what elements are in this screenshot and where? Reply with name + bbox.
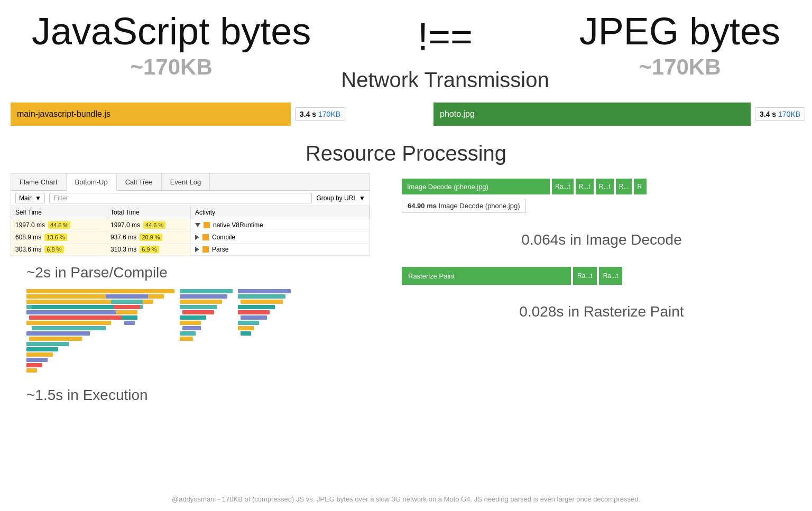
total-time-1: 1997.0 ms <box>110 221 140 229</box>
js-tooltip: 3.4 s 170KB <box>295 107 345 121</box>
jpeg-size: ~170KB <box>639 54 721 80</box>
flame-chart-svg-right <box>238 289 291 374</box>
svg-rect-28 <box>180 315 206 320</box>
resource-processing-section: Flame Chart Bottom-Up Call Tree Event Lo… <box>0 173 812 406</box>
header-center: !== Network Transmission <box>341 11 549 92</box>
tooltip-time: 64.90 ms <box>408 202 437 210</box>
total-pct-1: 44.6 % <box>143 221 165 229</box>
main-select-label: Main <box>19 194 33 202</box>
total-time-3: 310.3 ms <box>110 246 136 253</box>
svg-rect-15 <box>26 363 42 367</box>
svg-rect-26 <box>180 305 217 309</box>
js-time: 3.4 s <box>300 110 316 118</box>
expand-icon-1[interactable] <box>195 223 200 227</box>
self-time-3: 303.6 ms <box>15 246 41 253</box>
svg-rect-8 <box>32 326 106 330</box>
jpg-tooltip-size: 170KB <box>778 110 800 118</box>
activity-label-1: native V8Runtime <box>213 221 263 229</box>
image-decode-area: Image Decode (phone.jpg) Ra...t R...t R.… <box>402 179 801 213</box>
filter-input[interactable]: Filter <box>49 193 312 203</box>
tab-event-log[interactable]: Event Log <box>162 174 210 190</box>
svg-rect-24 <box>180 294 227 299</box>
svg-rect-12 <box>26 347 58 351</box>
svg-rect-10 <box>29 337 82 341</box>
svg-rect-20 <box>116 310 137 314</box>
flame-chart-left <box>26 289 174 374</box>
svg-rect-14 <box>26 358 48 362</box>
total-time-2: 937.6 ms <box>110 234 136 241</box>
self-time-cell-2: 608.9 ms 13.6 % <box>11 231 106 243</box>
decode-tooltip: 64.90 ms Image Decode (phone.jpg) <box>402 199 526 213</box>
svg-rect-40 <box>238 326 254 330</box>
js-bar-container: main-javascript-bundle.js 3.4 s 170KB <box>11 103 381 126</box>
svg-rect-34 <box>238 294 285 299</box>
filter-placeholder: Filter <box>54 194 68 202</box>
devtools-toolbar: Main ▼ Filter Group by URL ▼ <box>11 191 370 206</box>
activity-color-3 <box>202 246 209 253</box>
svg-rect-13 <box>26 352 53 357</box>
left-column: Flame Chart Bottom-Up Call Tree Event Lo… <box>11 173 381 406</box>
jpg-tooltip: 3.4 s 170KB <box>755 107 805 121</box>
tab-call-tree[interactable]: Call Tree <box>117 174 162 190</box>
total-pct-2: 20.9 % <box>140 234 162 241</box>
tab-bottom-up[interactable]: Bottom-Up <box>67 174 117 191</box>
svg-rect-33 <box>238 289 291 293</box>
activity-color-2 <box>202 234 209 240</box>
svg-rect-25 <box>180 300 222 304</box>
col-activity: Activity <box>191 206 370 219</box>
expand-icon-2[interactable] <box>195 235 199 240</box>
activity-label-2: Compile <box>212 234 235 241</box>
self-time-cell-1: 1997.0 ms 44.6 % <box>11 219 106 231</box>
col-self-time: Self Time <box>11 206 106 219</box>
right-panel: Image Decode (phone.jpg) Ra...t R...t R.… <box>402 173 801 406</box>
js-size: ~170KB <box>130 54 212 80</box>
flame-chart-svg-middle <box>180 289 233 374</box>
table-row: 1997.0 ms 44.6 % 1997.0 ms 44.6 % native… <box>11 219 370 231</box>
decode-small-bar-1: Ra...t <box>552 179 574 194</box>
decode-small-bar-2: R...t <box>576 179 594 194</box>
flame-chart-middle <box>180 289 233 374</box>
expand-icon-3[interactable] <box>195 247 199 252</box>
table-row: 303.6 ms 6.8 % 310.3 ms 6.9 % Parse <box>11 244 370 256</box>
activity-cell-1: native V8Runtime <box>191 219 370 231</box>
main-select[interactable]: Main ▼ <box>15 193 45 203</box>
self-time-1: 1997.0 ms <box>15 221 45 229</box>
group-by-select[interactable]: Group by URL ▼ <box>316 194 365 202</box>
table-row: 608.9 ms 13.6 % 937.6 ms 20.9 % Compile <box>11 231 370 244</box>
svg-rect-11 <box>26 342 69 346</box>
js-title: JavaScript bytes <box>32 11 311 52</box>
self-pct-3: 6.8 % <box>44 246 63 253</box>
resource-processing-label: Resource Processing <box>0 131 812 173</box>
jpg-filename: photo.jpg <box>440 109 475 119</box>
svg-rect-0 <box>26 289 174 293</box>
svg-rect-6 <box>29 315 124 320</box>
header-section: JavaScript bytes ~170KB !== Network Tran… <box>0 0 812 97</box>
parse-compile-label: ~2s in Parse/Compile <box>11 256 381 284</box>
js-tooltip-size: 170KB <box>318 110 340 118</box>
flame-chart-area <box>11 284 381 379</box>
svg-rect-36 <box>238 305 275 309</box>
jpg-network-bar: photo.jpg <box>433 103 751 126</box>
tab-flame-chart[interactable]: Flame Chart <box>11 174 67 190</box>
self-pct-1: 44.6 % <box>48 221 70 229</box>
activity-color-1 <box>204 222 210 228</box>
tooltip-label: Image Decode (phone.jpg) <box>439 202 520 210</box>
svg-rect-21 <box>122 315 137 320</box>
svg-rect-17 <box>106 294 148 299</box>
jpg-bar-container: photo.jpg 3.4 s 170KB <box>433 103 812 126</box>
decode-small-bars: Ra...t R...t R...t R... R <box>552 179 647 194</box>
image-decode-summary: 0.064s in Image Decode <box>402 224 801 251</box>
rasterize-label: Rasterize Paint <box>408 272 455 280</box>
svg-rect-16 <box>26 368 37 373</box>
svg-rect-30 <box>182 326 201 330</box>
total-time-cell-2: 937.6 ms 20.9 % <box>106 231 191 243</box>
image-decode-bar: Image Decode (phone.jpg) <box>402 179 550 194</box>
svg-rect-23 <box>180 289 233 293</box>
flame-chart-svg-left <box>26 289 174 374</box>
svg-rect-41 <box>241 331 251 336</box>
main-select-arrow: ▼ <box>35 194 41 202</box>
svg-rect-35 <box>241 300 283 304</box>
self-time-cell-3: 303.6 ms 6.8 % <box>11 244 106 255</box>
devtools-tabs: Flame Chart Bottom-Up Call Tree Event Lo… <box>11 174 370 191</box>
not-equal-symbol: !== <box>418 16 473 58</box>
